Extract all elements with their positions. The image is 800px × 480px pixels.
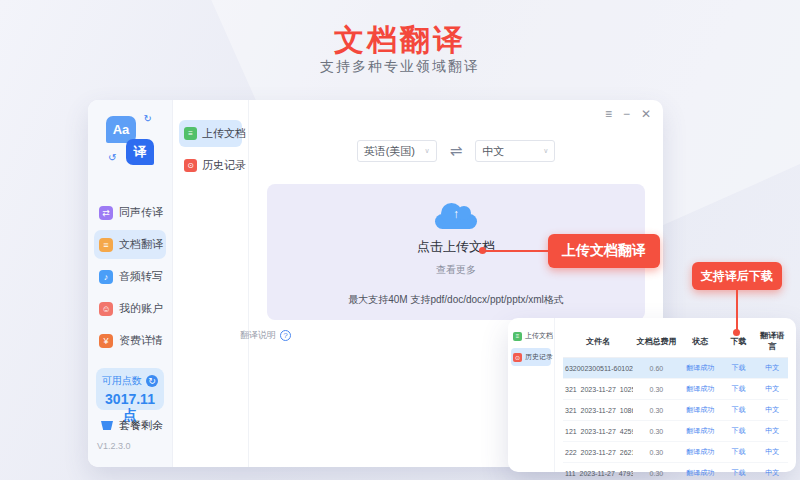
sidebar-item-label: 我的账户: [119, 301, 163, 316]
tab-icon: ⊙: [184, 159, 197, 172]
sidebar-item-label: 文档翻译: [119, 237, 163, 252]
cell-download-link[interactable]: 下载: [721, 447, 757, 457]
points-label: 可用点数: [102, 374, 142, 388]
table-header-cell: 下载: [721, 336, 757, 347]
cell-status: 翻译成功: [680, 447, 721, 457]
cell-cost: 0.30: [633, 407, 680, 414]
package-remaining[interactable]: 套餐剩余: [101, 418, 163, 433]
history-tab-item[interactable]: ≡ 上传文档: [511, 327, 551, 345]
cell-language: 中文: [757, 468, 789, 478]
sidebar-item[interactable]: ⇄ 同声传译: [94, 198, 166, 227]
cell-filename: 321_2023-11-27_1025..: [563, 386, 633, 393]
sidebar-item[interactable]: ¥ 资费详情: [94, 326, 166, 355]
minimize-icon[interactable]: −: [623, 107, 630, 121]
chevron-down-icon: ∨: [543, 147, 548, 155]
swap-arrow-icon: ↻: [144, 113, 152, 124]
help-label: 翻译说明: [240, 329, 276, 342]
target-language-select[interactable]: 中文 ∨: [475, 140, 555, 162]
tab-icon: ≡: [184, 127, 197, 140]
sidebar-menu: ⇄ 同声传译 ≡ 文档翻译 ♪ 音频转写 ☺: [94, 198, 166, 358]
upload-callout-badge: 上传文档翻译: [548, 234, 660, 268]
annotation-dot: [733, 329, 740, 336]
cell-download-link[interactable]: 下载: [721, 426, 757, 436]
table-header-cell: 文件名: [563, 336, 633, 347]
history-table: 文件名 文档总费用 状态 下载 翻译语言 632002300511-60102K…: [555, 318, 796, 472]
language-bar: 英语(美国) ∨ ⇌ 中文 ∨: [249, 140, 663, 162]
history-window: ≡ 上传文档 ⊙ 历史记录 文件名 文档总费用 状态 下载: [508, 318, 796, 472]
cell-filename: 222_2023-11-27_2621..: [563, 449, 633, 456]
tab-item[interactable]: ⊙ 历史记录: [179, 152, 242, 179]
upload-format-note: 最大支持40M 支持pdf/doc/docx/ppt/pptx/xml格式: [267, 293, 645, 307]
history-tab-icon: ≡: [513, 332, 522, 341]
source-language-value: 英语(美国): [364, 144, 415, 159]
menu-icon[interactable]: ≡: [605, 107, 612, 121]
table-row[interactable]: 111_2023-11-27_4793.. 0.30 翻译成功 下载 中文: [563, 463, 788, 480]
help-question-icon[interactable]: ?: [280, 330, 291, 341]
cell-download-link[interactable]: 下载: [721, 384, 757, 394]
sidebar-item-label: 同声传译: [119, 205, 163, 220]
points-card: 可用点数 ↻ 3017.11点: [96, 368, 164, 410]
swap-languages-icon[interactable]: ⇌: [450, 142, 463, 160]
cell-status: 翻译成功: [680, 468, 721, 478]
package-label: 套餐剩余: [119, 418, 163, 433]
annotation-line: [736, 290, 738, 332]
cell-status: 翻译成功: [680, 405, 721, 415]
page-title: 文档翻译: [0, 20, 800, 61]
cell-status: 翻译成功: [680, 426, 721, 436]
cell-cost: 0.30: [633, 386, 680, 393]
table-header-cell: 翻译语言: [757, 330, 789, 352]
sidebar-item-label: 资费详情: [119, 333, 163, 348]
cell-cost: 0.60: [633, 365, 680, 372]
sidebar-item-icon: ⇄: [99, 206, 113, 220]
page-background: 文档翻译 支持多种专业领域翻译 ↻ Aa 译 ↺ ⇄ 同声传译: [0, 0, 800, 480]
table-row[interactable]: 632002300511-60102K.. 0.60 翻译成功 下载 中文: [563, 358, 788, 379]
tab-label: 上传文档: [202, 126, 246, 141]
tab-item[interactable]: ≡ 上传文档: [179, 120, 242, 147]
cell-status: 翻译成功: [680, 384, 721, 394]
annotation-dot: [479, 247, 486, 254]
refresh-icon[interactable]: ↻: [146, 375, 158, 387]
sidebar-item-label: 音频转写: [119, 269, 163, 284]
close-icon[interactable]: ✕: [641, 107, 651, 121]
sidebar-item-icon: ♪: [99, 270, 113, 284]
sidebar-item-icon: ¥: [99, 334, 113, 348]
cart-icon: [101, 421, 113, 430]
cell-language: 中文: [757, 384, 789, 394]
sidebar-item[interactable]: ♪ 音频转写: [94, 262, 166, 291]
table-header-row: 文件名 文档总费用 状态 下载 翻译语言: [563, 326, 788, 358]
translation-help: 翻译说明 ?: [240, 329, 291, 342]
table-row[interactable]: 321_2023-11-27_1025.. 0.30 翻译成功 下载 中文: [563, 379, 788, 400]
cell-filename: 121_2023-11-27_4259..: [563, 428, 633, 435]
cell-download-link[interactable]: 下载: [721, 468, 757, 478]
tab-label: 历史记录: [202, 158, 246, 173]
table-row[interactable]: 222_2023-11-27_2621.. 0.30 翻译成功 下载 中文: [563, 442, 788, 463]
history-tab-label: 上传文档: [525, 331, 553, 341]
page-subtitle: 支持多种专业领域翻译: [0, 58, 800, 76]
sidebar-item-icon: ☺: [99, 302, 113, 316]
app-logo: ↻ Aa 译 ↺: [106, 113, 156, 165]
history-tab-icon: ⊙: [513, 353, 522, 362]
cloud-upload-icon[interactable]: ↑: [435, 214, 477, 229]
cell-language: 中文: [757, 363, 789, 373]
version-label: V1.2.3.0: [97, 441, 131, 451]
table-row[interactable]: 321_2023-11-27_1086.. 0.30 翻译成功 下载 中文: [563, 400, 788, 421]
cell-cost: 0.30: [633, 470, 680, 477]
history-tab-label: 历史记录: [525, 352, 553, 362]
cell-filename: 632002300511-60102K..: [563, 365, 633, 372]
source-language-select[interactable]: 英语(美国) ∨: [357, 140, 437, 162]
sidebar-item[interactable]: ≡ 文档翻译: [94, 230, 166, 259]
sidebar: ↻ Aa 译 ↺ ⇄ 同声传译 ≡ 文档翻译: [88, 100, 173, 467]
swap-arrow-icon: ↺: [108, 152, 116, 163]
cell-language: 中文: [757, 447, 789, 457]
cell-cost: 0.30: [633, 449, 680, 456]
cell-status: 翻译成功: [680, 363, 721, 373]
table-row[interactable]: 121_2023-11-27_4259.. 0.30 翻译成功 下载 中文: [563, 421, 788, 442]
tab-column: ≡ 上传文档 ⊙ 历史记录: [173, 100, 249, 467]
sidebar-item[interactable]: ☺ 我的账户: [94, 294, 166, 323]
cell-download-link[interactable]: 下载: [721, 405, 757, 415]
history-tab-item[interactable]: ⊙ 历史记录: [511, 348, 551, 366]
table-body: 632002300511-60102K.. 0.60 翻译成功 下载 中文 32…: [563, 358, 788, 480]
tabs: ≡ 上传文档 ⊙ 历史记录: [173, 120, 248, 179]
cell-download-link[interactable]: 下载: [721, 363, 757, 373]
table-header-cell: 状态: [680, 336, 721, 347]
